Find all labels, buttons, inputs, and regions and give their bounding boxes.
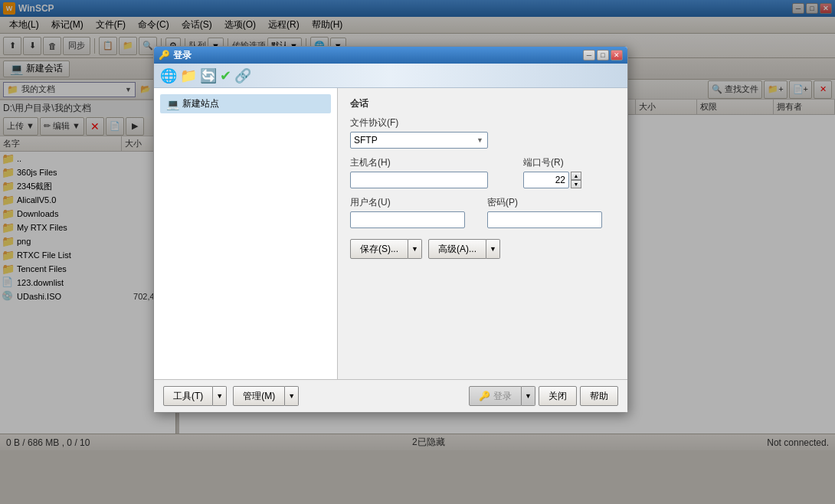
tree-item-new-site[interactable]: 💻 新建站点 [160, 94, 331, 113]
login-dropdown-btn[interactable]: ▼ [522, 386, 535, 406]
dialog-max-button[interactable]: □ [597, 50, 609, 61]
host-col: 主机名(H) [350, 156, 514, 188]
modal-overlay: 🔑 登录 ─ □ ✕ 🌐 📁 🔄 ✔ 🔗 💻 新建站点 [0, 0, 835, 504]
port-down-btn[interactable]: ▼ [571, 180, 581, 188]
dialog-min-button[interactable]: ─ [583, 50, 595, 61]
login-dialog: 🔑 登录 ─ □ ✕ 🌐 📁 🔄 ✔ 🔗 💻 新建站点 [153, 46, 628, 413]
dialog-close-button[interactable]: ✕ [611, 50, 623, 61]
password-input[interactable] [487, 211, 602, 228]
save-dropdown-btn[interactable]: ▼ [408, 239, 422, 259]
manage-dropdown-btn[interactable]: ▼ [285, 386, 299, 406]
host-input[interactable] [350, 172, 488, 188]
cred-row: 用户名(U) 密码(P) [350, 196, 615, 228]
dialog-title-bar: 🔑 登录 ─ □ ✕ [154, 47, 627, 64]
protocol-label: 文件协议(F) [350, 116, 615, 129]
password-label: 密码(P) [487, 196, 615, 209]
close-button[interactable]: 关闭 [539, 386, 577, 406]
username-label: 用户名(U) [350, 196, 478, 209]
dialog-body: 💻 新建站点 会话 文件协议(F) SFTP FTP SCP [154, 88, 627, 379]
port-input[interactable] [523, 172, 569, 188]
protocol-select[interactable]: SFTP FTP SCP WebDAV [350, 132, 488, 149]
dialog-footer: 工具(T) ▼ 管理(M) ▼ 🔑 登录 ▼ 关闭 帮助 [154, 379, 627, 412]
manage-button[interactable]: 管理(M) [233, 386, 285, 406]
username-input[interactable] [350, 211, 465, 228]
save-btn-group: 保存(S)... ▼ [350, 239, 422, 259]
login-button[interactable]: 🔑 登录 [469, 386, 522, 406]
save-button[interactable]: 保存(S)... [350, 239, 408, 259]
username-col: 用户名(U) [350, 196, 478, 228]
port-col: 端口号(R) ▲ ▼ [523, 156, 615, 188]
host-port-row: 主机名(H) 端口号(R) ▲ ▼ [350, 156, 615, 188]
save-advanced-row: 保存(S)... ▼ 高级(A)... ▼ [350, 239, 615, 259]
password-col: 密码(P) [487, 196, 615, 228]
tools-button[interactable]: 工具(T) [163, 386, 213, 406]
dialog-form: 会话 文件协议(F) SFTP FTP SCP WebDAV [338, 88, 627, 379]
dialog-tree: 💻 新建站点 [154, 88, 338, 379]
protocol-group: 文件协议(F) SFTP FTP SCP WebDAV [350, 116, 615, 149]
advanced-button[interactable]: 高级(A)... [428, 239, 486, 259]
session-section-title: 会话 [350, 97, 615, 110]
advanced-btn-group: 高级(A)... ▼ [428, 239, 500, 259]
port-label: 端口号(R) [523, 156, 615, 169]
host-label: 主机名(H) [350, 156, 514, 169]
help-button[interactable]: 帮助 [580, 386, 618, 406]
protocol-select-wrap: SFTP FTP SCP WebDAV [350, 132, 488, 149]
tools-dropdown-btn[interactable]: ▼ [213, 386, 227, 406]
dialog-title: 登录 [173, 49, 192, 62]
port-up-btn[interactable]: ▲ [571, 172, 581, 180]
advanced-dropdown-btn[interactable]: ▼ [486, 239, 500, 259]
